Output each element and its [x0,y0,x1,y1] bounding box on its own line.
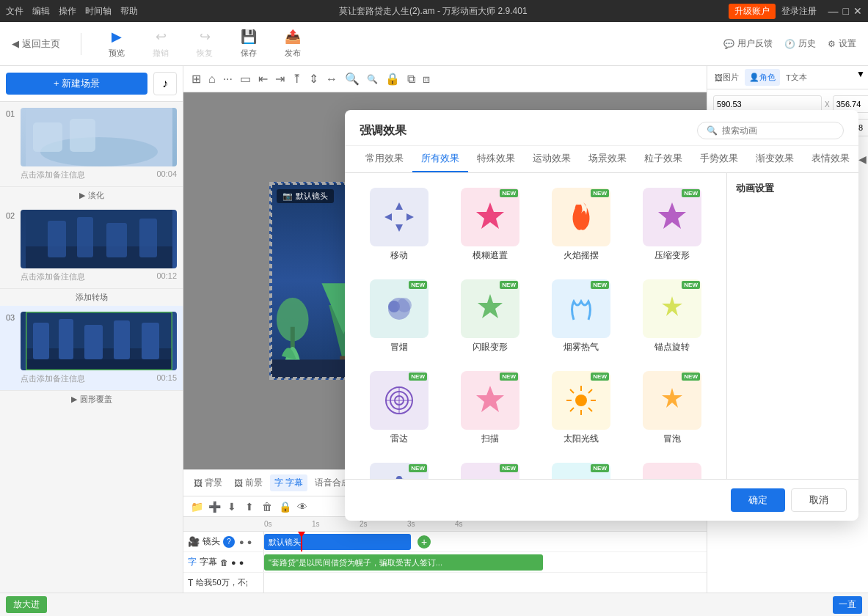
preview-icon: ▶ [112,29,122,45]
nav-button[interactable]: 一直 [833,596,862,614]
effects-modal: 强调效果 🔍 常用效果 所有效果 特殊效果 运动效果 场景效果 粒子效果 手势效… [345,110,858,521]
effect-sun[interactable]: NEW 太阳光线 [539,365,624,451]
svg-marker-25 [658,202,686,229]
effect-star[interactable]: NEW 星光 [539,457,624,479]
feedback-label: 用户反馈 [737,37,773,50]
svg-marker-29 [478,294,503,318]
cancel-button[interactable]: 取消 [791,488,847,512]
effect-radar-icon: NEW [370,371,428,430]
main-toolbar: ◀ 返回主页 ▶ 预览 ↩ 撤销 ↪ 恢复 💾 保存 📤 发布 💬 用户反馈 🕐… [0,22,868,66]
history-icon: 🕐 [784,39,795,49]
effect-steam[interactable]: NEW 烟雾热气 [539,274,624,359]
modal-tab-common[interactable]: 常用效果 [357,146,412,172]
modal-tabs: 常用效果 所有效果 特殊效果 运动效果 场景效果 粒子效果 手势效果 渐变效果 … [345,146,858,173]
sun-new-badge: NEW [591,373,609,381]
svg-marker-24 [476,202,504,229]
svg-line-45 [570,408,574,411]
effect-anchor[interactable]: NEW 锚点旋转 [630,274,715,359]
modal-tab-all[interactable]: 所有效果 [412,146,468,172]
modal-footer: 确定 取消 [345,479,858,521]
effect-circle[interactable]: NEW 圆圈环绕 [357,457,442,479]
undo-icon: ↩ [156,29,167,45]
effect-jump[interactable]: NEW 冒泡 [630,365,715,451]
menu-timeline[interactable]: 时间轴 [85,5,112,18]
minimize-btn[interactable]: — [828,5,839,17]
upgrade-button[interactable]: 升级账户 [729,4,776,19]
effect-extinguish[interactable]: NEW 失火冒烟 [448,457,533,479]
search-input[interactable] [722,125,825,136]
effect-move[interactable]: 移动 [357,182,442,268]
effect-heart-icon [643,463,701,479]
effect-fire-icon: NEW [552,188,610,246]
effect-squeeze[interactable]: NEW 压缩变形 [630,182,715,268]
history-button[interactable]: 🕐 历史 [784,37,816,50]
effect-smoke-name: 冒烟 [390,341,408,353]
modal-tab-motion[interactable]: 运动效果 [524,146,580,172]
publish-button[interactable]: 📤 发布 [278,29,307,59]
modal-tab-scene[interactable]: 场景效果 [580,146,635,172]
modal-sidebar-title: 动画设置 [736,182,850,195]
titlebar-menu[interactable]: 文件 编辑 操作 时间轴 帮助 [6,5,138,18]
feedback-button[interactable]: 💬 用户反馈 [723,37,773,50]
effect-squeeze-icon: NEW [643,188,701,246]
menu-operate[interactable]: 操作 [59,5,76,18]
modal-tab-transition[interactable]: 渐变效果 [747,146,803,172]
effect-extinguish-icon: NEW [461,463,519,479]
effect-radar-name: 雷达 [390,433,408,445]
toolbar-right-actions: 💬 用户反馈 🕐 历史 ⚙ 设置 [723,37,856,50]
effect-sun-icon: NEW [552,371,610,430]
effect-radar[interactable]: NEW 雷达 [357,365,442,451]
effect-circle-icon: NEW [370,463,428,479]
svg-point-48 [396,476,402,479]
maximize-btn[interactable]: □ [843,5,849,17]
effect-heart[interactable]: 心跳 [630,457,715,479]
effect-steam-name: 烟雾热气 [564,341,599,353]
modal-search[interactable]: 🔍 [697,122,844,139]
modal-tab-emotion[interactable]: 表情效果 [803,146,858,172]
undo-button[interactable]: ↩ 撤销 [146,29,175,59]
jump-new-badge: NEW [682,373,700,381]
back-home-button[interactable]: ◀ 返回主页 [12,37,60,51]
steam-new-badge: NEW [591,281,609,289]
effect-jump-name: 冒泡 [663,433,681,445]
svg-marker-46 [662,388,682,408]
menu-file[interactable]: 文件 [6,5,23,18]
smoke-new-badge: NEW [409,281,427,289]
modal-tab-special[interactable]: 特殊效果 [468,146,524,172]
menu-help[interactable]: 帮助 [120,5,138,18]
window-controls[interactable]: — □ ✕ [828,5,862,17]
login-btn[interactable]: 登录注册 [781,5,817,18]
zoom-in-button[interactable]: 放大进 [6,596,47,613]
redo-button[interactable]: ↪ 恢复 [190,29,219,59]
effect-scan[interactable]: NEW 扫描 [448,365,533,451]
settings-label: 设置 [839,37,856,50]
effect-blur[interactable]: NEW 模糊遮置 [448,182,533,268]
effect-squeeze-name: 压缩变形 [654,249,690,262]
back-home-label: 返回主页 [22,37,60,51]
history-label: 历史 [798,37,816,50]
effect-sun-name: 太阳光线 [564,433,599,445]
close-btn[interactable]: ✕ [853,5,862,17]
menu-edit[interactable]: 编辑 [32,5,50,18]
star-new-badge: NEW [591,464,609,472]
effect-blink[interactable]: NEW 闪眼变形 [448,274,533,359]
back-arrow-icon: ◀ [12,38,19,49]
modal-tab-particle[interactable]: 粒子效果 [635,146,691,172]
confirm-button[interactable]: 确定 [731,488,785,512]
circle-new-badge: NEW [409,464,427,472]
redo-label: 恢复 [197,48,213,59]
save-icon: 💾 [241,29,257,45]
effect-blink-name: 闪眼变形 [473,341,508,353]
settings-button[interactable]: ⚙ 设置 [828,37,856,50]
svg-point-28 [397,298,412,312]
effect-fire[interactable]: NEW 火焰摇摆 [539,182,624,268]
effect-jump-icon: NEW [643,371,701,430]
modal-title: 强调效果 [360,123,406,139]
effect-blink-icon: NEW [461,279,519,338]
save-button[interactable]: 💾 保存 [234,29,263,59]
tab-prev-icon[interactable]: ◀ [858,153,867,165]
preview-button[interactable]: ▶ 预览 [102,29,131,59]
svg-marker-30 [662,296,682,316]
effect-smoke[interactable]: NEW 冒烟 [357,274,442,359]
modal-tab-gesture[interactable]: 手势效果 [691,146,747,172]
